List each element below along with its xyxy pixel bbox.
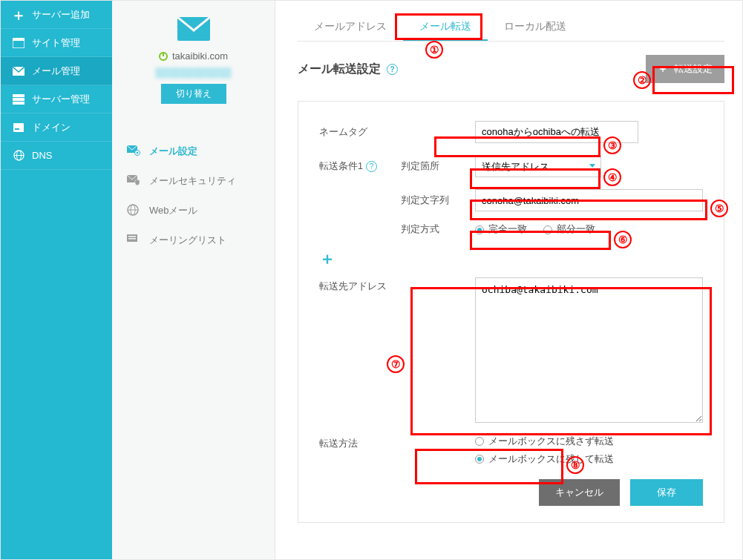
nav-item-label: ドメイン — [32, 121, 71, 134]
submenu-item-mailing-list[interactable]: メーリングリスト — [112, 225, 275, 255]
radio-partial-match[interactable]: 部分一致 — [543, 223, 595, 236]
nav-item-label: サーバー追加 — [32, 8, 90, 22]
label-judge-str: 判定文字列 — [401, 194, 475, 207]
servers-icon — [11, 94, 26, 105]
svg-rect-7 — [15, 128, 19, 130]
content-area: メールアドレス メール転送 ローカル配送 メール転送設定 ? ＋ 転送設定 ネー… — [275, 1, 742, 559]
tile-icon — [11, 123, 26, 132]
label-judge-loc: 判定箇所 — [401, 160, 475, 173]
save-button[interactable]: 保存 — [630, 479, 703, 506]
domain-text: takaibiki.com — [172, 50, 228, 62]
globe-mail-icon — [127, 204, 143, 218]
nav-item-mail[interactable]: メール管理 — [1, 57, 112, 85]
window-icon — [11, 38, 26, 48]
nav-item-label: DNS — [32, 150, 52, 161]
textarea-fwd-addr[interactable]: ochiba@takaibiki.com — [475, 277, 703, 423]
list-mail-icon — [127, 234, 143, 247]
nav-item-dns[interactable]: DNS — [1, 142, 112, 170]
submenu-item-mail-settings[interactable]: メール設定 — [112, 136, 275, 166]
label-cond1: 転送条件1 ? — [319, 160, 401, 173]
svg-rect-1 — [13, 38, 24, 41]
nav-item-label: サイト管理 — [32, 36, 80, 50]
svg-rect-3 — [13, 94, 24, 97]
radio-icon — [475, 437, 484, 446]
mail-shield-icon — [127, 175, 143, 188]
radio-icon — [475, 225, 484, 234]
svg-rect-6 — [13, 123, 24, 132]
cancel-button[interactable]: キャンセル — [539, 479, 620, 506]
mail-hero-icon — [177, 17, 210, 43]
label-name-tag: ネームタグ — [319, 126, 401, 139]
input-name-tag[interactable] — [475, 121, 638, 143]
nav-item-domain[interactable]: ドメイン — [1, 113, 112, 142]
help-icon[interactable]: ? — [366, 161, 377, 172]
label-fwd-method: 転送方法 — [319, 435, 401, 450]
page-title: メール転送設定 ? — [298, 62, 398, 77]
svg-rect-20 — [128, 236, 136, 237]
select-judge-loc[interactable]: 送信先アドレス — [475, 155, 601, 177]
primary-nav: ＋ サーバー追加 サイト管理 メール管理 サーバー管理 ドメイン — [1, 1, 112, 559]
radio-icon — [543, 225, 552, 234]
svg-point-14 — [137, 151, 139, 154]
submenu-item-label: Webメール — [149, 204, 198, 217]
nav-item-label: サーバー管理 — [32, 93, 90, 106]
radio-exact-match[interactable]: 完全一致 — [475, 223, 527, 236]
submenu-item-mail-security[interactable]: メールセキュリティ — [112, 166, 275, 196]
svg-rect-4 — [13, 98, 24, 101]
power-icon — [159, 52, 168, 61]
submenu-item-label: メーリングリスト — [149, 234, 226, 247]
nav-item-site[interactable]: サイト管理 — [1, 29, 112, 57]
add-condition-button[interactable]: ＋ — [319, 248, 703, 270]
radio-keep-after[interactable]: メールボックスに残して転送 — [475, 452, 614, 466]
input-judge-str[interactable] — [475, 189, 703, 211]
secondary-nav: takaibiki.com ████████████ 切り替え メール設定 メー… — [112, 1, 275, 559]
submenu-item-webmail[interactable]: Webメール — [112, 196, 275, 225]
domain-display: takaibiki.com — [120, 50, 267, 62]
nav-item-server[interactable]: サーバー管理 — [1, 85, 112, 113]
site-block: takaibiki.com ████████████ 切り替え — [112, 1, 275, 117]
submenu-item-label: メールセキュリティ — [149, 174, 236, 188]
label-judge-mode: 判定方式 — [401, 223, 475, 236]
nav-item-add-server[interactable]: ＋ サーバー追加 — [1, 1, 112, 29]
radio-delete-after[interactable]: メールボックスに残さず転送 — [475, 435, 614, 448]
tab-mail-forward[interactable]: メール転送 — [403, 14, 488, 41]
nav-item-label: メール管理 — [32, 65, 80, 78]
tab-local-delivery[interactable]: ローカル配送 — [488, 14, 583, 41]
svg-rect-21 — [128, 238, 136, 240]
switch-site-button[interactable]: 切り替え — [161, 84, 226, 104]
plus-icon: ＋ — [658, 62, 668, 76]
globe-icon — [11, 150, 26, 161]
add-forward-button[interactable]: ＋ 転送設定 — [646, 55, 724, 83]
sub-menu: メール設定 メールセキュリティ Webメール メーリングリスト — [112, 136, 275, 255]
label-fwd-addr: 転送先アドレス — [319, 277, 401, 293]
forward-form: ネームタグ 転送条件1 ? 判定箇所 送信先アドレス 判定文字列 — [298, 101, 724, 523]
radio-icon — [475, 455, 484, 464]
tabs: メールアドレス メール転送 ローカル配送 — [298, 14, 724, 42]
svg-rect-5 — [13, 102, 24, 105]
submenu-item-label: メール設定 — [149, 145, 197, 158]
blurred-info: ████████████ — [120, 67, 267, 78]
mail-cog-icon — [127, 145, 143, 158]
envelope-icon — [11, 67, 26, 76]
tab-mail-address[interactable]: メールアドレス — [298, 14, 403, 41]
help-icon[interactable]: ? — [387, 64, 398, 75]
